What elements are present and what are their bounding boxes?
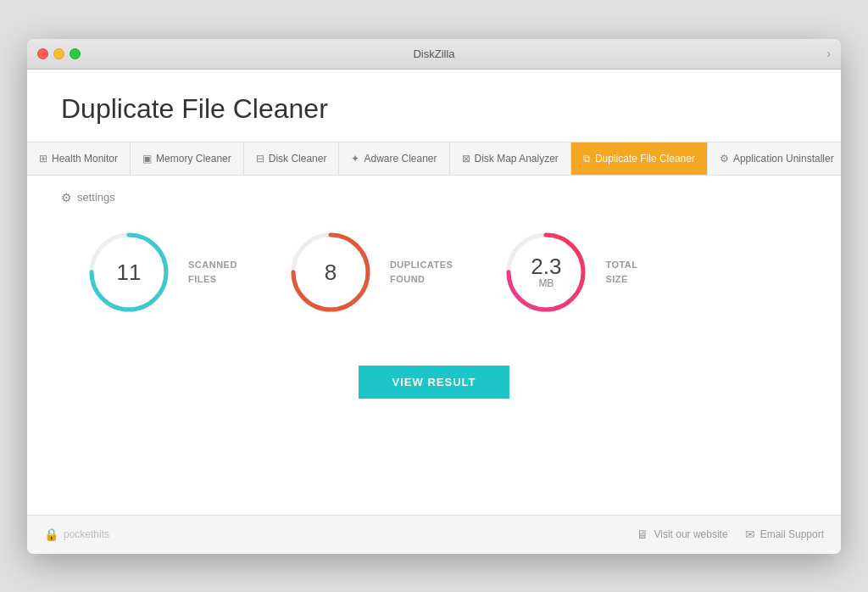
disk-cleaner-label: Disk Cleaner: [269, 153, 327, 165]
settings-label: settings: [77, 191, 115, 204]
stat-label-duplicates-found: DUPLICATESFOUND: [390, 258, 453, 286]
application-window: DiskZilla › Duplicate File Cleaner ⊞Heal…: [27, 39, 841, 554]
view-result-button[interactable]: VIEW RESULT: [359, 366, 510, 399]
tab-adware-cleaner[interactable]: ✦Adware Cleaner: [339, 142, 449, 175]
circle-value-total-size: 2.3MB: [531, 255, 561, 289]
close-button[interactable]: [37, 48, 48, 59]
email-support-link[interactable]: ✉ Email Support: [745, 528, 824, 541]
lock-icon: 🔒: [44, 528, 58, 541]
btn-row: VIEW RESULT: [61, 366, 807, 399]
memory-cleaner-icon: ▣: [142, 153, 152, 165]
stat-item-total-size: 2.3MBTOTALSIZE: [504, 230, 637, 315]
maximize-button[interactable]: [70, 48, 81, 59]
tab-duplicate-file[interactable]: ⧉Duplicate File Cleaner: [571, 142, 708, 175]
sidebar-toggle[interactable]: ›: [826, 47, 831, 60]
settings-gear-icon: ⚙: [61, 191, 72, 204]
email-icon: ✉: [745, 528, 755, 541]
circle-duplicates-found: 8: [288, 230, 373, 315]
disk-map-label: Disk Map Analyzer: [475, 153, 559, 165]
circle-number-scanned-files: 11: [117, 260, 142, 285]
content-area: ⚙ settings 11SCANNEDFILES8DUPLICATESFOUN…: [27, 176, 841, 515]
health-monitor-label: Health Monitor: [52, 153, 118, 165]
settings-row[interactable]: ⚙ settings: [61, 176, 807, 230]
tab-memory-cleaner[interactable]: ▣Memory Cleaner: [131, 142, 244, 175]
footer-links: 🖥 Visit our website ✉ Email Support: [637, 528, 824, 541]
circle-number-total-size: 2.3: [531, 254, 561, 279]
logo-text: pockethits: [64, 528, 109, 540]
stat-label-scanned-files: SCANNEDFILES: [188, 258, 237, 286]
circle-value-duplicates-found: 8: [325, 261, 337, 283]
page-title: Duplicate File Cleaner: [61, 93, 807, 125]
memory-cleaner-label: Memory Cleaner: [156, 153, 231, 165]
traffic-lights: [37, 48, 81, 59]
circle-number-duplicates-found: 8: [325, 260, 337, 285]
tab-disk-map[interactable]: ⊠Disk Map Analyzer: [450, 142, 571, 175]
duplicate-file-icon: ⧉: [583, 153, 591, 165]
circle-value-scanned-files: 11: [117, 261, 142, 283]
footer-logo: 🔒 pockethits: [44, 528, 109, 541]
tab-disk-cleaner[interactable]: ⊟Disk Cleaner: [244, 142, 340, 175]
minimize-button[interactable]: [53, 48, 64, 59]
stat-label-total-size: TOTALSIZE: [605, 258, 637, 286]
app-uninstaller-label: Application Uninstaller: [733, 153, 834, 165]
app-uninstaller-icon: ⚙: [720, 153, 729, 165]
circle-scanned-files: 11: [86, 230, 171, 315]
adware-cleaner-label: Adware Cleaner: [364, 153, 437, 165]
title-bar: DiskZilla ›: [27, 39, 841, 70]
circle-total-size: 2.3MB: [504, 230, 588, 315]
tabs-bar: ⊞Health Monitor▣Memory Cleaner⊟Disk Clea…: [27, 142, 841, 176]
email-support-label: Email Support: [760, 528, 824, 540]
footer: 🔒 pockethits 🖥 Visit our website ✉ Email…: [27, 515, 841, 554]
duplicate-file-label: Duplicate File Cleaner: [595, 153, 695, 165]
disk-cleaner-icon: ⊟: [256, 153, 264, 165]
main-content: Duplicate File Cleaner ⊞Health Monitor▣M…: [27, 70, 841, 515]
visit-website-link[interactable]: 🖥 Visit our website: [637, 528, 727, 541]
disk-map-icon: ⊠: [462, 153, 470, 165]
health-monitor-icon: ⊞: [39, 153, 47, 165]
circle-unit-total-size: MB: [531, 277, 561, 289]
stats-row: 11SCANNEDFILES8DUPLICATESFOUND2.3MBTOTAL…: [86, 230, 807, 315]
window-title: DiskZilla: [413, 47, 454, 60]
stat-item-scanned-files: 11SCANNEDFILES: [86, 230, 237, 315]
visit-website-label: Visit our website: [654, 528, 727, 540]
monitor-icon: 🖥: [637, 528, 648, 541]
tab-app-uninstaller[interactable]: ⚙Application Uninstaller: [708, 142, 841, 175]
page-header: Duplicate File Cleaner: [27, 70, 841, 142]
stat-item-duplicates-found: 8DUPLICATESFOUND: [288, 230, 453, 315]
tab-health-monitor[interactable]: ⊞Health Monitor: [27, 142, 131, 175]
adware-cleaner-icon: ✦: [351, 153, 359, 165]
